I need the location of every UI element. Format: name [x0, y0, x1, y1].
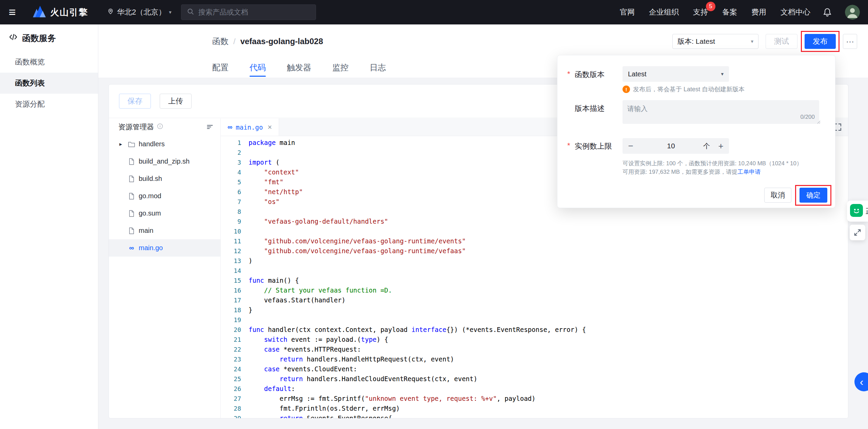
- file-name: build_and_zip.sh: [139, 157, 190, 165]
- test-button[interactable]: 测试: [766, 34, 797, 49]
- topbar-link-2[interactable]: 支持5: [693, 7, 708, 17]
- publish-dialog: * 函数版本 Latest ▾ ! 发布后，将会基于 Latest 自动创建新版…: [557, 55, 835, 208]
- line-number: 20: [221, 325, 241, 335]
- code-line-8: 8: [221, 207, 848, 217]
- topbar-link-4[interactable]: 费用: [751, 7, 766, 17]
- quota-note-1: 可设置实例上限: 100 个，函数预计使用资源: 10,240 MB（1024 …: [623, 160, 802, 167]
- code-line-19: 19: [221, 315, 848, 325]
- search-input[interactable]: [198, 8, 310, 16]
- tab-1[interactable]: 代码: [250, 57, 266, 78]
- file-icon: [127, 175, 136, 183]
- assistant-widget[interactable]: 正: [847, 201, 868, 222]
- volcengine-logo-icon: [33, 6, 46, 19]
- code-line-24: 24 case *events.CloudEvent:: [221, 364, 848, 374]
- header-actions: 版本: Latest ▾ 测试 发布 ···: [672, 34, 857, 49]
- code-line-17: 17 vefaas.Start(handler): [221, 295, 848, 305]
- line-number: 13: [221, 256, 241, 266]
- code-text: }: [241, 305, 252, 315]
- tab-4[interactable]: 日志: [370, 57, 386, 78]
- topbar-link-0[interactable]: 官网: [620, 7, 635, 17]
- code-line-15: 15func main() {: [221, 276, 848, 285]
- code-text: default:: [241, 384, 295, 394]
- file-row-5[interactable]: main: [109, 222, 220, 239]
- file-row-2[interactable]: build.sh: [109, 170, 220, 187]
- code-text: "net/http": [241, 187, 303, 197]
- breadcrumb-root[interactable]: 函数: [212, 36, 229, 47]
- collapse-drawer-button[interactable]: ‹: [854, 372, 868, 391]
- file-icon: [127, 192, 136, 200]
- code-text: errMsg := fmt.Sprintf("unknown event typ…: [241, 394, 536, 404]
- file-row-1[interactable]: build_and_zip.sh: [109, 153, 220, 170]
- instances-unit: 个: [703, 142, 713, 151]
- line-number: 22: [221, 344, 241, 354]
- code-text: func handler(ctx context.Context, payloa…: [241, 325, 586, 335]
- explorer-title: 资源管理器: [118, 122, 154, 132]
- sidebar: 函数服务 函数概览函数列表资源分配: [0, 24, 98, 429]
- more-button[interactable]: ···: [843, 34, 857, 49]
- decrease-button[interactable]: −: [623, 141, 639, 151]
- brand-logo[interactable]: 火山引擎: [33, 6, 88, 19]
- service-title-label: 函数服务: [22, 33, 56, 44]
- upload-button[interactable]: 上传: [160, 94, 192, 109]
- support-badge: 5: [706, 2, 715, 11]
- function-version-select[interactable]: Latest ▾: [623, 66, 729, 82]
- user-avatar[interactable]: [845, 5, 860, 20]
- confirm-button[interactable]: 确定: [800, 188, 827, 203]
- tab-3[interactable]: 监控: [332, 57, 349, 78]
- info-icon: [157, 123, 163, 131]
- file-row-4[interactable]: go.sum: [109, 205, 220, 222]
- list-collapse-icon[interactable]: [206, 123, 214, 131]
- increase-button[interactable]: +: [713, 141, 729, 151]
- file-row-0[interactable]: ▸handlers: [109, 135, 220, 153]
- hamburger-menu-icon[interactable]: ≡: [0, 0, 24, 24]
- version-field-label: * 函数版本: [567, 70, 605, 80]
- resize-handle-icon[interactable]: [816, 119, 821, 125]
- sidebar-item-0[interactable]: 函数概览: [0, 52, 98, 73]
- caret-right-icon[interactable]: ▸: [117, 141, 124, 147]
- save-button[interactable]: 保存: [119, 94, 151, 109]
- file-row-3[interactable]: go.mod: [109, 187, 220, 205]
- line-number: 2: [221, 148, 241, 157]
- line-number: 12: [221, 246, 241, 256]
- line-number: 27: [221, 394, 241, 404]
- topbar-link-1[interactable]: 企业组织: [649, 7, 679, 17]
- global-search[interactable]: [181, 4, 316, 20]
- file-row-6[interactable]: ∞main.go: [109, 239, 220, 257]
- code-text: [241, 226, 249, 236]
- line-number: 15: [221, 276, 241, 285]
- tab-2[interactable]: 触发器: [287, 57, 311, 78]
- version-description-input[interactable]: [623, 100, 819, 124]
- code-text: [241, 148, 249, 157]
- sidebar-item-1[interactable]: 函数列表: [0, 73, 98, 94]
- file-icon: [127, 210, 136, 217]
- topbar-link-5[interactable]: 文档中心: [781, 7, 810, 17]
- editor-tab-maingo[interactable]: ∞ main.go ×: [221, 118, 279, 136]
- code-text: switch event := payload.(type) {: [241, 335, 388, 344]
- topbar-link-3[interactable]: 备案: [722, 7, 737, 17]
- publish-button[interactable]: 发布: [805, 34, 836, 49]
- expand-icon[interactable]: [850, 225, 865, 240]
- tab-0[interactable]: 配置: [212, 57, 229, 78]
- code-line-23: 23 return handlers.HandleHttpRequest(ctx…: [221, 354, 848, 364]
- version-select[interactable]: 版本: Latest ▾: [672, 34, 758, 49]
- file-name: handlers: [139, 140, 165, 148]
- brand-name: 火山引擎: [50, 6, 88, 18]
- region-selector[interactable]: 华北2（北京） ▾: [107, 7, 172, 17]
- ticket-link[interactable]: 工单申请: [737, 169, 761, 175]
- close-icon[interactable]: ×: [268, 123, 272, 132]
- instances-value[interactable]: 10: [639, 142, 703, 150]
- code-text: "context": [241, 167, 299, 177]
- code-text: return &events.EventResponse{: [241, 413, 392, 418]
- code-text: import (: [241, 157, 280, 167]
- line-number: 3: [221, 157, 241, 167]
- cancel-button[interactable]: 取消: [764, 188, 791, 203]
- file-icon: [127, 158, 136, 165]
- code-line-16: 16 // Start your vefaas function =D.: [221, 285, 848, 295]
- topbar: ≡ 火山引擎 华北2（北京） ▾ 官网企业组织支持5备案费用文档中心: [0, 0, 868, 24]
- line-number: 6: [221, 187, 241, 197]
- notification-bell-icon[interactable]: [823, 7, 832, 17]
- sidebar-item-2[interactable]: 资源分配: [0, 94, 98, 115]
- line-number: 23: [221, 354, 241, 364]
- file-name: go.sum: [139, 209, 161, 217]
- code-line-13: 13): [221, 256, 848, 266]
